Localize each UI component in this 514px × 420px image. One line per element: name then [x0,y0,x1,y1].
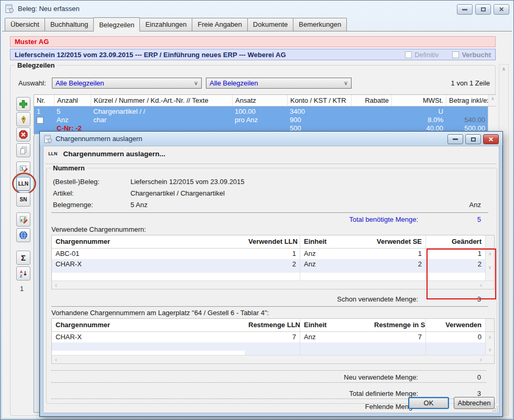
copy-icon [19,146,28,155]
col-kuerzel[interactable]: Kürzel / Nummer / Kd.-Art.-Nr. // Texte [91,95,232,106]
scroll-left-icon[interactable]: ‹ [55,282,57,289]
dialog-close-button[interactable]: ✕ [483,134,499,144]
definitiv-checkbox[interactable]: Definitiv [405,51,439,59]
close-button[interactable]: ✕ [494,4,509,15]
minimize-button[interactable] [457,4,473,15]
used-scroll-up[interactable]: ∧ [485,249,494,259]
dialog-header-title: Chargennummern auslagern... [63,150,166,158]
web-button[interactable] [16,228,30,242]
sort-az-icon: A Z [19,270,28,278]
filter-dropdown-2-value: Alle Belegzeilen [210,79,258,87]
used-row-2-se[interactable]: 2 [370,259,425,273]
used-row-1-geaendert[interactable]: 1 [425,249,485,259]
cell-konto[interactable]: 3400 900 500 [287,106,351,134]
used-hscrollbar[interactable]: ‹› [52,281,485,289]
col-mwst[interactable]: MWSt. [391,95,446,106]
line-select-checkbox[interactable] [37,117,43,124]
avail-hscrollbar[interactable]: ‹› [52,355,485,363]
used-row-2-geaendert[interactable]: 2 [425,259,485,273]
tab-belegzeilen[interactable]: Belegzeilen [93,17,140,31]
table-scrollbar[interactable] [488,106,496,134]
avail-col-restmenge-se[interactable]: Restmenge in SE [370,319,425,332]
used-row-2-chargennummer[interactable]: CHAR-X [52,259,245,273]
col-konto[interactable]: Konto / KST / KTR [287,95,351,106]
avail-col-verwenden[interactable]: Verwenden [425,319,485,332]
scroll-right-icon[interactable]: › [480,356,482,363]
filter-dropdown-1[interactable]: Alle Belegzeilen ∨ [52,78,202,89]
used-row-1-lln[interactable]: 1 [245,249,300,259]
ok-button[interactable]: OK [408,397,449,409]
used-row-2-einheit[interactable]: Anz [300,259,370,273]
definitiv-checkbox-box[interactable] [405,51,412,58]
tab-bemerkungen[interactable]: Bemerkungen [293,18,347,31]
col-rabatte[interactable]: Rabatte [351,95,391,106]
col-ansatz[interactable]: Ansatz [232,95,287,106]
col-nr[interactable]: Nr. [34,95,54,106]
statistics-button[interactable] [16,212,30,227]
tab-einzahlungen[interactable]: Einzahlungen [139,18,192,31]
insert-line-button[interactable] [16,112,30,126]
avail-col-chargennummer[interactable]: Chargennummer [52,319,245,332]
globe-icon [19,231,28,240]
cell-rabatte[interactable] [351,106,391,134]
scroll-left-icon[interactable]: ‹ [55,356,57,363]
used-row-1-einheit[interactable]: Anz [300,249,370,259]
avail-row-1-se[interactable]: 7 [370,332,425,342]
sort-button[interactable]: A Z [16,266,30,281]
table-scroll-up[interactable]: ∧ [488,95,496,106]
avail-row-1-chargennummer[interactable]: CHAR-X [52,332,245,342]
cell-nr[interactable]: 1 [34,106,54,134]
cell-betrag[interactable]: 540.00 500.00 [446,106,488,134]
maximize-button[interactable] [475,4,491,15]
used-row-1-chargennummer[interactable]: ABC-01 [52,249,245,259]
avail-col-einheit[interactable]: Einheit [300,319,370,332]
article-image-button[interactable] [16,161,30,176]
scroll-right-icon[interactable]: › [480,282,482,289]
dialog-minimize-button[interactable] [447,134,463,144]
cell-ansatz[interactable]: 100.00 pro Anz [232,106,287,134]
add-line-button[interactable] [16,97,30,111]
avail-row-1-einheit[interactable]: Anz [300,332,370,342]
total-required-label: Total benötigte Menge: [349,216,418,223]
dialog-maximize-button[interactable] [465,134,481,144]
used-col-chargennummer[interactable]: Chargennummer [52,235,245,249]
lln-button[interactable]: LLN [16,177,30,191]
col-anzahl[interactable]: Anzahl [54,95,91,106]
copy-line-button[interactable] [16,143,30,157]
avail-row-1-lln[interactable]: 7 [245,332,300,342]
verbucht-checkbox[interactable]: Verbucht [452,51,491,59]
used-row-2-lln[interactable]: 2 [245,259,300,273]
avail-scroll-up[interactable]: ∧ [485,332,494,342]
separator-line [51,212,488,213]
tab-freie-angaben[interactable]: Freie Angaben [192,18,248,31]
resize-grip[interactable] [491,405,498,412]
sn-button[interactable]: SN [16,192,30,207]
chevron-down-icon: ∨ [344,80,348,87]
used-scroll-down[interactable]: ∨ [485,259,494,273]
header-separator [46,164,497,164]
col-betrag[interactable]: Betrag inkl/exkl [446,95,488,106]
sum-button[interactable]: Σ [16,251,30,265]
used-col-verwendet-se[interactable]: Verwendet SE [370,235,425,249]
app-icon [5,4,14,13]
customer-banner: Muster AG [10,36,496,47]
verbucht-checkbox-box[interactable] [452,51,459,58]
used-col-geaendert[interactable]: Geändert [425,235,485,249]
cell-mwst[interactable]: U 8.0% 40.00 [391,106,446,134]
cell-kuerzel[interactable]: Chargenartikel / / char [91,106,232,134]
tab-dokumente[interactable]: Dokumente [247,18,293,31]
delete-line-button[interactable] [16,127,30,142]
cell-anzahl[interactable]: 5 Anz C-Nr: -2 [54,106,91,134]
filter-dropdown-2[interactable]: Alle Belegzeilen ∨ [206,78,352,89]
used-row-1-se[interactable]: 1 [370,249,425,259]
pen-down-icon [19,115,28,124]
cancel-button[interactable]: Abbrechen [454,397,495,409]
avail-col-restmenge-lln[interactable]: Restmenge LLN [245,319,300,332]
used-col-verwendet-lln[interactable]: Verwendet LLN [245,235,300,249]
avail-scroll-down[interactable]: ∨ [485,342,494,355]
scroll-up-icon[interactable]: ∧ [499,64,508,73]
used-col-einheit[interactable]: Einheit [300,235,370,249]
tab-uebersicht[interactable]: Übersicht [5,18,45,31]
tab-buchhaltung[interactable]: Buchhaltung [45,18,94,31]
avail-row-1-verwenden[interactable]: 0 [425,332,485,342]
